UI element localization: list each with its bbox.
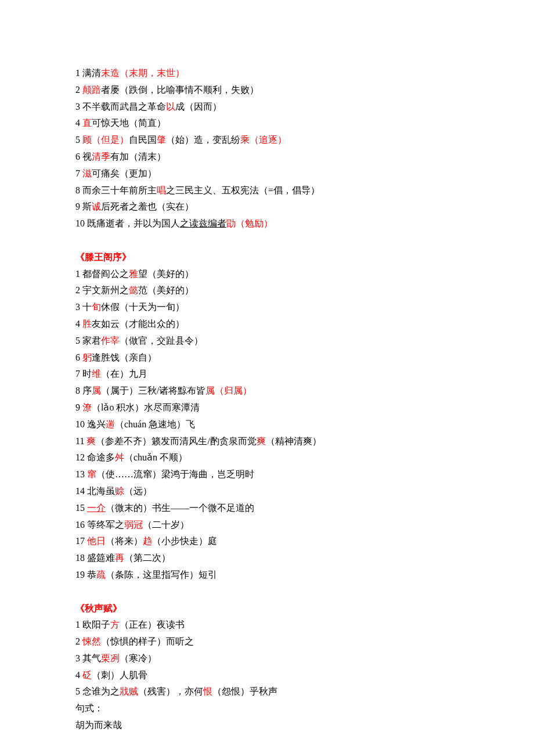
body-text: 6 视 [75, 152, 92, 161]
annotation-text: 戕贼 [120, 686, 138, 696]
body-text: 逢胜饯（亲自） [92, 352, 157, 362]
text-line: 10 既痛逝者，并以为国人之读兹编者勖（勉励） [75, 215, 459, 232]
annotation-text: 砭 [82, 670, 92, 680]
annotation-text: 属（归属） [205, 386, 252, 395]
body-text: （刺）人肌骨 [92, 670, 147, 680]
annotation-text: 胜 [82, 319, 92, 329]
body-text: （chuán 急速地）飞 [115, 419, 195, 429]
annotation-text: 一介 [87, 503, 106, 513]
text-line: 10 逸兴遄（chuán 急速地）飞 [75, 416, 459, 433]
body-text: 3 其气 [75, 653, 101, 663]
text-line: 1 满清末造（末期，末世） [75, 65, 459, 82]
body-text: 范（美好的） [138, 285, 194, 295]
body-text: 者屡（跌倒，比喻事情不顺利，失败） [101, 85, 259, 95]
body-text: （小步快走）庭 [152, 536, 217, 546]
body-text: （将来） [106, 536, 143, 546]
text-line: 3 不半载而武昌之革命以成（因而） [75, 99, 459, 116]
annotation-text: 旬 [92, 302, 101, 312]
text-line: 胡为而来哉 [75, 717, 459, 734]
text-line: 16 等终军之弱冠（二十岁） [75, 517, 459, 534]
body-text: 12 命途多 [75, 452, 115, 462]
annotation-text: 再 [115, 553, 124, 563]
annotation-text: 维 [92, 369, 101, 379]
text-line: 5 顾（但是）自民国肇（始）造，变乱纷乘（追逐） [75, 132, 459, 149]
section-title: 《滕王阁序》 [75, 249, 459, 266]
body-text: 2 宇文新州之 [75, 285, 129, 295]
body-text: 2 [75, 85, 82, 95]
annotation-text: 诚 [92, 201, 101, 211]
annotation-text: 末造（末期，末世） [101, 68, 185, 78]
text-line: 13 窜（使……流窜）梁鸿于海曲，岂乏明时 [75, 466, 459, 483]
body-text: 10 逸兴 [75, 419, 106, 429]
body-text: 4 [75, 319, 82, 329]
body-text: 有加（清末） [110, 152, 166, 161]
body-text: 1 欧阳子 [75, 620, 110, 629]
text-line: 6 视清季有加（清末） [75, 149, 459, 165]
body-text: 3 十 [75, 302, 92, 312]
annotation-text: 清季 [92, 152, 110, 161]
annotation-text: 作宰 [101, 336, 120, 345]
body-text: 1 都督阎公之 [75, 269, 129, 279]
text-line: 3 其气栗冽（寒冷） [75, 650, 459, 667]
text-line: 11 爽（参差不齐）籁发而清风生/酌贪泉而觉爽（精神清爽） [75, 433, 459, 450]
body-text: 1 满清 [75, 68, 101, 78]
document-page: 1 满清末造（末期，末世）2 颠踣者屡（跌倒，比喻事情不顺利，失败）3 不半载而… [0, 0, 534, 756]
section-gap [75, 584, 459, 600]
annotation-text: 属 [92, 386, 101, 395]
body-text: （在）九月 [101, 369, 147, 379]
body-text: （怨恨）乎秋声 [212, 686, 277, 696]
text-line: 2 颠踣者屡（跌倒，比喻事情不顺利，失败） [75, 82, 459, 99]
body-text: 8 而余三十年前所主 [75, 185, 157, 195]
body-text: （始）造，变乱纷 [166, 135, 240, 145]
body-text: 4 [75, 118, 82, 128]
body-text: （参差不齐）籁发而清风生/酌贪泉而觉 [96, 436, 256, 446]
annotation-text: 潦 [82, 402, 92, 412]
body-text: 17 [75, 536, 87, 546]
annotation-text: 顾（但是） [82, 135, 129, 145]
text-line: 2 宇文新州之懿范（美好的） [75, 282, 459, 299]
annotation-text: 肇 [157, 135, 166, 145]
body-text: 自民国 [129, 135, 157, 145]
body-text: （条陈，这里指写作）短引 [106, 570, 217, 579]
body-text: 7 [75, 168, 82, 178]
body-text: 后死者之羞也（实在） [101, 201, 194, 211]
body-text: 9 [75, 402, 82, 412]
annotation-text: 爽 [257, 436, 266, 446]
body-text: 9 斯 [75, 201, 92, 211]
body-text: 16 等终军之 [75, 520, 124, 530]
text-line: 7 滋可痛矣（更加） [75, 165, 459, 182]
text-line: 6 躬逢胜饯（亲自） [75, 350, 459, 366]
body-text: 18 盛筵难 [75, 553, 115, 563]
body-text: 7 时 [75, 369, 92, 379]
text-line: 5 家君作宰（做官，交趾县令） [75, 333, 459, 350]
text-line: 5 念谁为之戕贼（残害），亦何恨（怨恨）乎秋声 [75, 683, 459, 700]
body-text: （做官，交趾县令） [120, 336, 203, 345]
text-line: 8 序属（属于）三秋/诸将黥布皆属（归属） [75, 383, 459, 399]
body-text: 成（因而） [175, 102, 222, 111]
body-text: 19 恭 [75, 570, 96, 579]
annotation-text: 滋 [82, 168, 92, 178]
body-text: 5 家君 [75, 336, 101, 345]
body-text: 5 念谁为之 [75, 686, 120, 696]
annotation-text: 颠踣 [82, 85, 101, 95]
body-text: 友如云（才能出众的） [92, 319, 185, 329]
body-text: 胡为而来哉 [75, 720, 122, 730]
annotation-text: 唱 [157, 185, 166, 195]
annotation-text: 方 [110, 620, 120, 629]
annotation-text: 趋 [143, 536, 152, 546]
annotation-text: 遄 [106, 419, 115, 429]
text-line: 18 盛筵难再（第二次） [75, 550, 459, 567]
text-line: 7 时维（在）九月 [75, 366, 459, 383]
text-line: 4 砭（刺）人肌骨 [75, 667, 459, 684]
body-text: 可痛矣（更加） [92, 168, 157, 178]
body-text: 望（美好的） [138, 269, 194, 279]
body-text: 之三民主义、五权宪法（=倡，倡导） [166, 185, 320, 195]
body-text: （lǎo 积水）水尽而寒潭清 [92, 402, 200, 412]
body-text: （属于）三秋/诸将黥布皆 [101, 386, 205, 395]
body-text: 14 北海虽 [75, 486, 115, 496]
body-text: （二十岁） [143, 520, 189, 530]
text-line: 1 欧阳子方（正在）夜读书 [75, 617, 459, 633]
text-line: 15 一介（微末的）书生——一个微不足道的 [75, 500, 459, 517]
text-line: 句式： [75, 700, 459, 717]
text-line: 1 都督阎公之雅望（美好的） [75, 266, 459, 283]
